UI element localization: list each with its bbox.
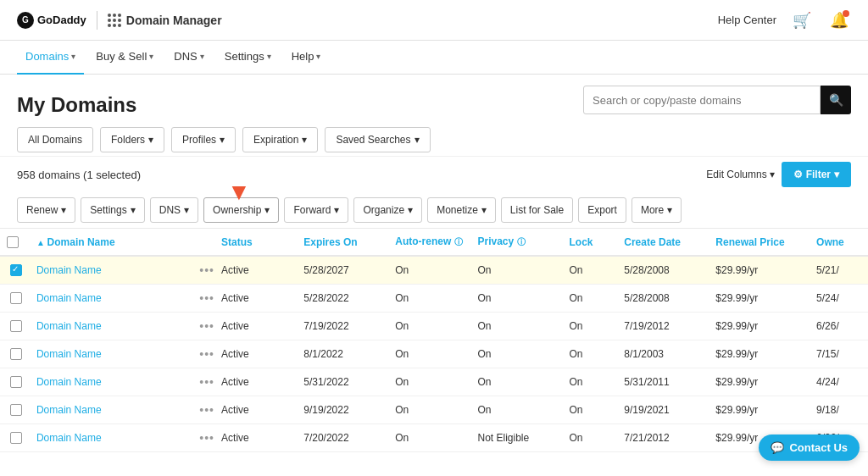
domain-count-bar: 958 domains (1 selected) Edit Columns ▾ …: [0, 157, 868, 192]
cart-button[interactable]: 🛒: [790, 8, 814, 32]
edit-columns-button[interactable]: Edit Columns ▾: [706, 169, 774, 180]
expires-header[interactable]: Expires On: [300, 229, 392, 256]
organize-button[interactable]: Organize▾: [353, 197, 422, 223]
lock-cell: On: [565, 368, 620, 396]
autorenew-header[interactable]: Auto-renew ⓘ: [392, 229, 474, 256]
row-checkbox[interactable]: [10, 376, 22, 388]
owner-cell: 4/24/: [813, 368, 868, 396]
renewal-price-header[interactable]: Renewal Price: [712, 229, 813, 256]
notifications-button[interactable]: 🔔: [827, 8, 851, 32]
domain-link[interactable]: Domain Name: [36, 432, 102, 444]
domain-name-header[interactable]: ▲ Domain Name: [33, 229, 198, 256]
nav-item-settings[interactable]: Settings ▾: [216, 41, 280, 75]
table-container: ▲ Domain Name Status Expires On Auto-ren…: [0, 229, 868, 457]
nav-label-buy-sell: Buy & Sell: [96, 50, 147, 63]
forward-label: Forward: [293, 204, 331, 216]
row-menu-dots[interactable]: •••: [199, 347, 214, 361]
domain-link[interactable]: Domain Name: [36, 292, 102, 304]
nav-label-domains: Domains: [25, 50, 69, 63]
privacy-cell: Not Eligible: [474, 424, 565, 452]
list-for-sale-label: List for Sale: [510, 204, 564, 216]
privacy-cell: On: [474, 340, 565, 368]
folders-filter[interactable]: Folders▾: [100, 127, 164, 152]
contact-us-button[interactable]: 💬 Contact Us: [759, 434, 860, 461]
nav-item-help[interactable]: Help ▾: [283, 41, 330, 75]
status-cell: Active: [218, 256, 300, 285]
saved-searches-label: Saved Searches: [336, 134, 410, 146]
create-date-cell: 9/19/2021: [620, 396, 712, 424]
row-checkbox[interactable]: ✓: [10, 264, 22, 276]
dns-action-button[interactable]: DNS▾: [150, 197, 198, 223]
row-menu-dots[interactable]: •••: [199, 319, 214, 333]
monetize-button[interactable]: Monetize▾: [427, 197, 496, 223]
row-menu-dots[interactable]: •••: [199, 431, 214, 445]
nav-item-buy-sell[interactable]: Buy & Sell ▾: [87, 41, 162, 75]
domain-link[interactable]: Domain Name: [36, 320, 102, 332]
more-chevron-icon: ▾: [667, 204, 672, 216]
row-checkbox[interactable]: [10, 292, 22, 304]
page-header: My Domains 🔍: [0, 75, 868, 124]
owner-cell: 9/18/: [813, 396, 868, 424]
select-all-header[interactable]: [0, 229, 33, 256]
expires-cell: 7/19/2022: [300, 313, 392, 340]
godaddy-logo-circle: G: [17, 12, 34, 29]
owner-cell: 5/24/: [813, 285, 868, 313]
nav-label-dns: DNS: [174, 50, 197, 63]
list-for-sale-button[interactable]: List for Sale: [501, 197, 573, 223]
lock-header[interactable]: Lock: [565, 229, 620, 256]
all-domains-filter[interactable]: All Domains: [17, 127, 93, 152]
row-menu-dots[interactable]: •••: [199, 291, 214, 305]
row-menu-dots[interactable]: •••: [199, 263, 214, 277]
profiles-filter[interactable]: Profiles▾: [171, 127, 236, 152]
settings-action-button[interactable]: Settings▾: [81, 197, 144, 223]
autorenew-cell: On: [392, 313, 474, 340]
domain-link[interactable]: Domain Name: [36, 404, 102, 416]
search-input[interactable]: [583, 86, 821, 114]
table-header: ▲ Domain Name Status Expires On Auto-ren…: [0, 229, 868, 256]
more-button[interactable]: More▾: [632, 197, 682, 223]
expiration-filter[interactable]: Expiration▾: [242, 127, 318, 152]
monetize-label: Monetize: [437, 204, 478, 216]
renew-button[interactable]: Renew▾: [17, 197, 75, 223]
status-header[interactable]: Status: [218, 229, 300, 256]
app-name-label: Domain Manager: [126, 14, 222, 27]
owner-cell: 5/21/: [813, 256, 868, 285]
privacy-cell: On: [474, 396, 565, 424]
owner-header[interactable]: Owne: [813, 229, 868, 256]
table-row: Domain Name ••• Active 7/19/2022 On On O…: [0, 313, 868, 340]
header-checkbox[interactable]: [7, 236, 19, 248]
saved-searches-filter[interactable]: Saved Searches▾: [325, 127, 430, 152]
privacy-header[interactable]: Privacy ⓘ: [474, 229, 565, 256]
create-date-cell: 5/28/2008: [620, 285, 712, 313]
dns-action-label: DNS: [159, 204, 181, 216]
domain-link[interactable]: Domain Name: [36, 264, 102, 276]
domain-link[interactable]: Domain Name: [36, 376, 102, 388]
status-cell: Active: [218, 424, 300, 452]
chevron-dns-icon: ▾: [200, 52, 204, 61]
chevron-settings-icon: ▾: [267, 52, 271, 61]
export-button[interactable]: Export: [578, 197, 626, 223]
row-checkbox[interactable]: [10, 404, 22, 416]
row-menu-dots[interactable]: •••: [199, 403, 214, 417]
breadcrumb: [17, 83, 136, 93]
row-menu-dots[interactable]: •••: [199, 375, 214, 389]
row-checkbox[interactable]: [10, 348, 22, 360]
row-checkbox[interactable]: [10, 432, 22, 444]
owner-cell: 7/15/: [813, 340, 868, 368]
create-date-cell: 7/21/2012: [620, 424, 712, 452]
domain-link[interactable]: Domain Name: [36, 348, 102, 360]
nav-item-dns[interactable]: DNS ▾: [165, 41, 212, 75]
forward-button[interactable]: Forward▾: [284, 197, 348, 223]
expiration-label: Expiration: [253, 134, 298, 146]
help-center-link[interactable]: Help Center: [718, 14, 776, 26]
renewal-price-cell: $29.99/yr: [712, 313, 813, 340]
ownership-button[interactable]: Ownership▾: [203, 197, 279, 223]
lock-cell: On: [565, 285, 620, 313]
search-button[interactable]: 🔍: [821, 86, 851, 114]
row-checkbox[interactable]: [10, 320, 22, 332]
nav-item-domains[interactable]: Domains ▾: [17, 41, 84, 75]
filter-button[interactable]: ⚙ Filter ▾: [782, 162, 851, 187]
godaddy-logo-text: GoDaddy: [37, 14, 86, 26]
filter-bar: All Domains Folders▾ Profiles▾ Expiratio…: [0, 124, 868, 157]
create-date-header[interactable]: Create Date: [620, 229, 712, 256]
